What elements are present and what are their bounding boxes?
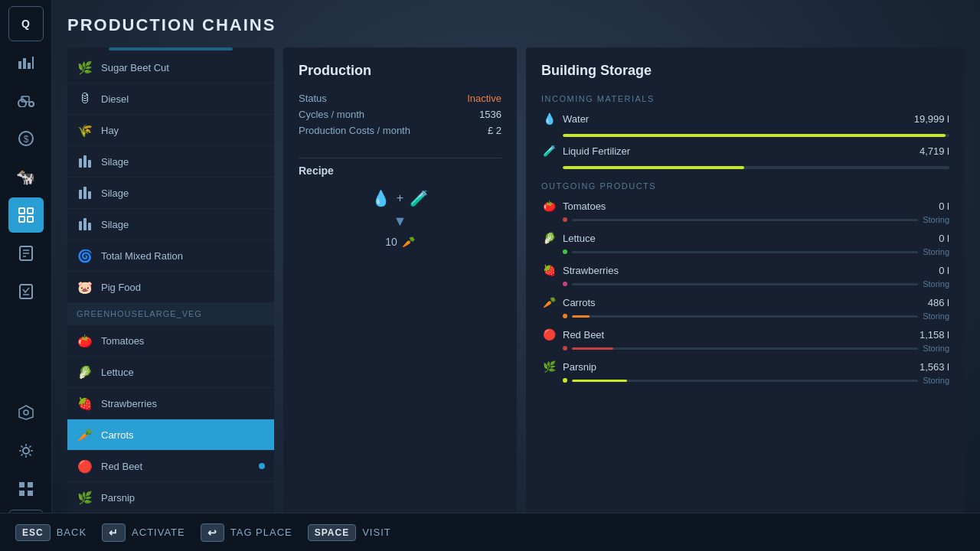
recipe-ingredients: 💧 + 🧪 [371, 189, 429, 207]
list-item-parsnip[interactable]: 🌿 Parsnip [67, 482, 274, 514]
sidebar-icon-grid[interactable] [8, 471, 44, 507]
status-label: Status [299, 93, 327, 104]
list-item-diesel[interactable]: 🛢 Diesel [67, 83, 274, 115]
strawberries-status: Storing [923, 279, 949, 289]
list-item-label: Carrots [101, 429, 265, 441]
sidebar: Q $ 🐄 E [0, 0, 52, 551]
svg-rect-12 [19, 217, 24, 222]
sidebar-icon-tractor[interactable] [8, 83, 44, 118]
red-beet-bar-row: Storing [541, 344, 949, 353]
outgoing-products-title: OUTGOING PRODUCTS [541, 181, 949, 191]
storage-item-strawberries: 🍓 Strawberries 0 l Storing [541, 262, 949, 289]
sidebar-icon-map[interactable] [8, 395, 44, 430]
recipe-area: 💧 + 🧪 ▼ 10 🥕 [299, 189, 501, 498]
costs-row: Production Costs / month £ 2 [299, 125, 501, 136]
svg-rect-0 [18, 61, 21, 69]
lettuce-icon: 🥬 [77, 364, 93, 380]
silage-icon [77, 153, 93, 170]
storage-title: Building Storage [541, 63, 949, 79]
list-item-label: Silage [101, 156, 265, 168]
costs-value: £ 2 [488, 125, 501, 136]
carrots-status: Storing [923, 311, 949, 321]
water-drop-icon: 💧 [371, 189, 390, 207]
red-beet-storage-value: 1,158 l [920, 329, 949, 341]
tomatoes-bar [572, 219, 918, 221]
recipe-output: 10 🥕 [385, 236, 415, 248]
recipe-title: Recipe [299, 165, 501, 177]
tag-place-key-badge: ↩ [201, 523, 224, 542]
strawberries-icon: 🍓 [77, 395, 93, 412]
costs-label: Production Costs / month [299, 125, 410, 136]
list-scroll[interactable]: 🌿 Sugar Beet Cut 🛢 Diesel 🌾 Hay [67, 47, 274, 514]
production-title: Production [299, 63, 501, 79]
sidebar-icon-q[interactable]: Q [8, 6, 44, 41]
strawberries-storage-value: 0 l [939, 265, 949, 276]
main-container: Q $ 🐄 E PRODUCTION C [0, 0, 980, 551]
list-item-lettuce[interactable]: 🥬 Lettuce [67, 357, 274, 388]
strawberries-row: 🍓 Strawberries 0 l [541, 262, 949, 278]
svg-rect-10 [19, 208, 24, 214]
sidebar-icon-chart[interactable] [8, 44, 44, 80]
strawberries-bar-row: Storing [541, 279, 949, 289]
water-progress-fill [563, 134, 946, 137]
list-item-label: Sugar Beet Cut [101, 62, 265, 73]
list-item-total-mixed-ration[interactable]: 🌀 Total Mixed Ration [67, 240, 274, 272]
water-progress-track [563, 134, 949, 137]
production-panel: Production Status Inactive Cycles / mont… [283, 47, 517, 514]
parsnip-storage-value: 1,563 l [920, 361, 949, 373]
recipe-output-amount: 10 [385, 236, 397, 248]
fertilizer-progress-fill [563, 166, 744, 169]
red-beet-status: Storing [923, 344, 949, 353]
list-item-label: Hay [101, 125, 265, 136]
sidebar-icon-settings[interactable] [8, 433, 44, 468]
svg-point-21 [24, 410, 28, 415]
sidebar-icon-missions[interactable] [8, 236, 44, 271]
sidebar-icon-missions2[interactable] [8, 274, 44, 309]
sidebar-icon-chains[interactable] [8, 197, 44, 233]
sidebar-icon-cow[interactable]: 🐄 [8, 159, 44, 194]
carrot-output-icon: 🥕 [402, 236, 415, 248]
list-item-label: Silage [101, 187, 265, 199]
list-item-strawberries[interactable]: 🍓 Strawberries [67, 388, 274, 419]
key-action-esc: ESC BACK [15, 524, 87, 541]
divider [299, 158, 501, 158]
esc-key-label: BACK [57, 527, 87, 538]
total-mixed-ration-icon: 🌀 [77, 247, 93, 264]
list-item-sugar-beet-cut[interactable]: 🌿 Sugar Beet Cut [67, 52, 274, 83]
list-item-carrots[interactable]: 🥕 Carrots [67, 419, 274, 451]
list-item-label: Lettuce [101, 367, 265, 378]
list-item-pig-food[interactable]: 🐷 Pig Food [67, 272, 274, 303]
list-item-label: Pig Food [101, 282, 265, 293]
esc-key-badge: ESC [15, 524, 51, 541]
sidebar-icon-money[interactable]: $ [8, 121, 44, 156]
svg-rect-2 [28, 63, 31, 69]
activate-key-badge: ↵ [102, 523, 126, 542]
list-item-silage1[interactable]: Silage [67, 146, 274, 178]
fertilizer-icon: 🧪 [410, 189, 429, 207]
red-beet-storage-icon: 🔴 [541, 327, 557, 342]
list-item-tomatoes[interactable]: 🍅 Tomatoes [67, 325, 274, 357]
red-beet-storage-name: Red Beet [563, 329, 913, 341]
list-item-silage3[interactable]: Silage [67, 209, 274, 240]
storage-panel: Building Storage INCOMING MATERIALS 💧 Wa… [526, 47, 965, 514]
storage-item-red-beet: 🔴 Red Beet 1,158 l Storing [541, 327, 949, 353]
parsnip-status: Storing [923, 376, 949, 385]
lettuce-storage-name: Lettuce [563, 233, 933, 244]
list-item-silage2[interactable]: Silage [67, 178, 274, 209]
lettuce-bar [572, 251, 918, 253]
carrots-storage-value: 486 l [928, 297, 949, 308]
list-item-red-beet[interactable]: 🔴 Red Beet [67, 451, 274, 482]
tomatoes-storage-value: 0 l [939, 201, 949, 212]
tomatoes-storage-icon: 🍅 [541, 198, 557, 214]
tomatoes-row: 🍅 Tomatoes 0 l [541, 198, 949, 214]
lettuce-row: 🥬 Lettuce 0 l [541, 230, 949, 246]
list-item-hay[interactable]: 🌾 Hay [67, 115, 274, 146]
activate-key-label: ACTIVATE [132, 527, 185, 538]
section-label: GREENHOUSELARGE_VEG [77, 309, 202, 318]
red-beet-dot [563, 346, 567, 350]
fertilizer-value: 4,719 l [920, 145, 949, 157]
sugar-beet-cut-icon: 🌿 [77, 59, 93, 76]
pig-food-icon: 🐷 [77, 279, 93, 295]
svg-rect-1 [23, 58, 26, 69]
parsnip-bar [572, 380, 918, 382]
